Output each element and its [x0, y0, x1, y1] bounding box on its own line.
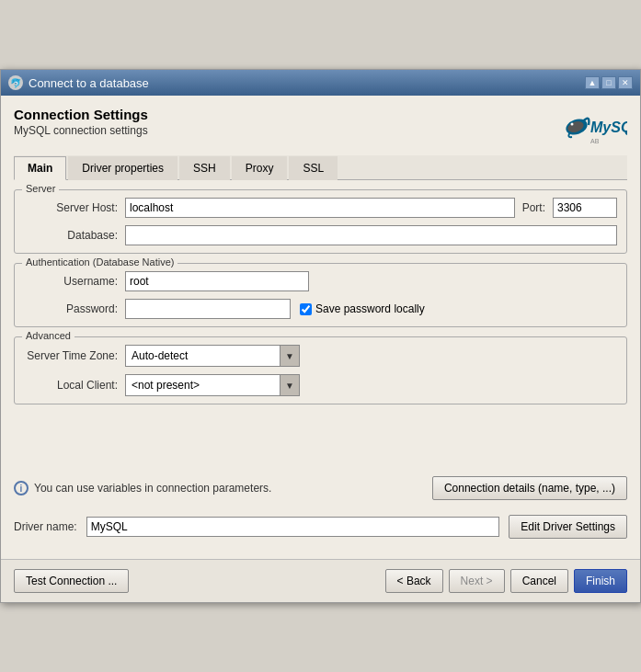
advanced-section: Advanced Server Time Zone: Auto-detect U… — [14, 336, 627, 404]
auth-section-label: Authentication (Database Native) — [22, 256, 177, 268]
content-area: Connection Settings MySQL connection set… — [1, 96, 640, 559]
driver-name-label: Driver name: — [14, 520, 77, 533]
advanced-section-label: Advanced — [22, 330, 74, 341]
window-controls: ▲ □ ✕ — [585, 76, 633, 89]
password-input-group: Save password locally — [125, 299, 425, 319]
header-text: Connection Settings MySQL connection set… — [14, 107, 148, 137]
minimize-button[interactable]: ▲ — [585, 76, 600, 89]
info-icon: i — [14, 481, 29, 495]
auth-section: Authentication (Database Native) Usernam… — [14, 263, 627, 327]
save-password-checkbox[interactable] — [300, 303, 312, 315]
close-button[interactable]: ✕ — [618, 76, 633, 89]
next-button[interactable]: Next > — [449, 569, 505, 593]
timezone-label: Server Time Zone: — [24, 349, 125, 362]
page-subtitle: MySQL connection settings — [14, 124, 148, 137]
timezone-select[interactable]: Auto-detect UTC System — [125, 345, 300, 367]
titlebar-left: 🐬 Connect to a database — [8, 75, 149, 90]
tab-ssh[interactable]: SSH — [179, 156, 230, 180]
connection-details-button[interactable]: Connection details (name, type, ...) — [432, 476, 627, 500]
database-row: Database: — [24, 225, 617, 245]
client-select[interactable]: <not present> — [125, 374, 300, 396]
nav-buttons: < Back Next > Cancel Finish — [385, 569, 627, 593]
info-bar: i You can use variables in connection pa… — [14, 469, 627, 507]
username-label: Username: — [24, 275, 125, 288]
page-title: Connection Settings — [14, 107, 148, 122]
tab-proxy[interactable]: Proxy — [232, 156, 288, 180]
spacer — [14, 414, 627, 469]
window-title: Connect to a database — [29, 76, 149, 90]
password-input[interactable] — [125, 299, 291, 319]
svg-point-2 — [571, 123, 574, 126]
cancel-button[interactable]: Cancel — [510, 569, 568, 593]
driver-row: Driver name: Edit Driver Settings — [14, 515, 627, 539]
save-password-text: Save password locally — [315, 302, 425, 315]
database-label: Database: — [24, 229, 125, 242]
password-label: Password: — [24, 302, 125, 315]
port-input[interactable] — [553, 198, 617, 218]
back-button[interactable]: < Back — [385, 569, 443, 593]
server-host-input[interactable] — [125, 198, 515, 218]
maximize-button[interactable]: □ — [601, 76, 616, 89]
header-area: Connection Settings MySQL connection set… — [14, 107, 627, 148]
timezone-row: Server Time Zone: Auto-detect UTC System… — [24, 345, 617, 367]
finish-button[interactable]: Finish — [574, 569, 627, 593]
host-input-group: Port: — [125, 198, 617, 218]
tabs-bar: Main Driver properties SSH Proxy SSL — [14, 155, 627, 180]
timezone-select-wrap: Auto-detect UTC System ▼ — [125, 345, 300, 367]
client-row: Local Client: <not present> ▼ — [24, 374, 617, 396]
test-connection-button[interactable]: Test Connection ... — [14, 569, 129, 593]
main-window: 🐬 Connect to a database ▲ □ ✕ Connection… — [0, 69, 641, 603]
tab-driver-properties[interactable]: Driver properties — [68, 156, 177, 180]
edit-driver-button[interactable]: Edit Driver Settings — [509, 515, 627, 539]
username-input[interactable] — [125, 271, 309, 291]
app-icon: 🐬 — [8, 75, 23, 90]
driver-name-input[interactable] — [86, 517, 500, 537]
password-row: Password: Save password locally — [24, 299, 617, 319]
host-row: Server Host: Port: — [24, 198, 617, 218]
svg-text:MySQL: MySQL — [590, 120, 627, 135]
server-section: Server Server Host: Port: Database: — [14, 189, 627, 254]
tab-ssl[interactable]: SSL — [289, 156, 338, 180]
client-select-wrap: <not present> ▼ — [125, 374, 300, 396]
port-label: Port: — [522, 201, 545, 214]
info-text-group: i You can use variables in connection pa… — [14, 481, 271, 495]
mysql-logo-svg: MySQL AB — [563, 107, 627, 148]
username-row: Username: — [24, 271, 617, 291]
host-label: Server Host: — [24, 201, 125, 214]
svg-text:AB: AB — [590, 138, 600, 144]
server-section-label: Server — [22, 183, 59, 194]
save-password-label[interactable]: Save password locally — [300, 302, 425, 315]
mysql-logo: MySQL AB — [563, 107, 627, 148]
titlebar: 🐬 Connect to a database ▲ □ ✕ — [1, 70, 640, 96]
info-text: You can use variables in connection para… — [34, 482, 271, 495]
tab-main[interactable]: Main — [14, 156, 66, 180]
client-label: Local Client: — [24, 379, 125, 392]
database-input[interactable] — [125, 225, 617, 245]
bottom-buttons: Test Connection ... < Back Next > Cancel… — [1, 559, 640, 602]
